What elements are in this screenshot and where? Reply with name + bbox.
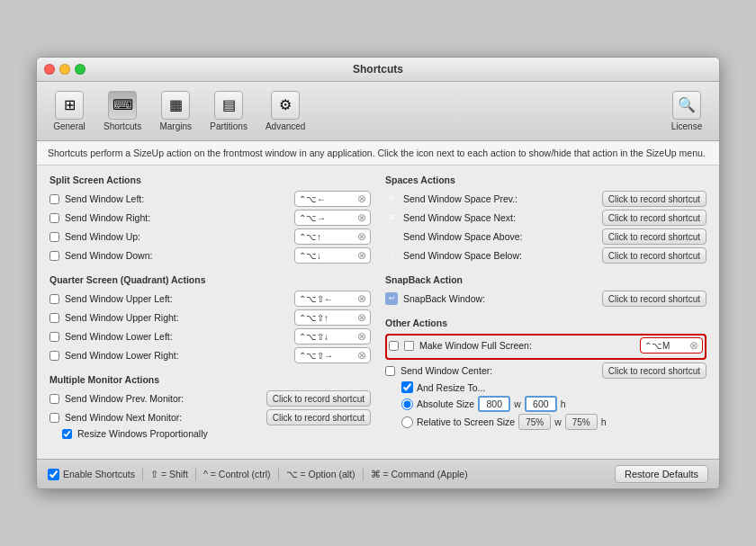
send-down-clear[interactable]: ⊗ [357,249,366,262]
height-field[interactable] [525,396,557,412]
lower-left-label: Send Window Lower Left: [65,331,291,342]
maximize-button[interactable] [75,64,86,75]
rel-width-unit: w [554,416,562,427]
table-row: Send Window Left: ⌃⌥← ⊗ [50,191,371,207]
margins-icon: ▦ [161,91,190,120]
tab-margins[interactable]: ▦ Margins [152,87,199,135]
send-up-checkbox[interactable] [50,232,59,242]
enable-shortcuts-checkbox[interactable] [48,469,59,480]
fullscreen-clear[interactable]: ⊗ [689,339,698,352]
upper-left-clear[interactable]: ⊗ [357,292,366,305]
height-unit: h [561,398,566,409]
snapback-label: SnapBack Window: [403,293,598,304]
spaces-title: Spaces Actions [385,175,706,185]
upper-right-label: Send Window Upper Right: [65,312,291,323]
relative-size-label: Relative to Screen Size [417,416,515,427]
restore-defaults-button[interactable]: Restore Defaults [615,465,708,483]
lower-right-checkbox[interactable] [50,351,59,361]
lower-left-shortcut[interactable]: ⌃⌥⇧↓ ⊗ [294,328,371,345]
fullscreen-icon [404,341,414,351]
lower-right-shortcut[interactable]: ⌃⌥⇧→ ⊗ [294,347,371,363]
send-right-shortcut[interactable]: ⌃⌥→ ⊗ [294,210,371,226]
tab-advanced[interactable]: ⚙ Advanced [258,87,312,135]
close-button[interactable] [44,64,55,75]
titlebar: Shortcuts [37,58,719,82]
send-left-label: Send Window Left: [65,193,291,204]
snapback-record[interactable]: Click to record shortcut [602,291,706,307]
fullscreen-shortcut[interactable]: ⌃⌥M ⊗ [640,337,703,354]
fullscreen-highlight: Make Window Full Screen: ⌃⌥M ⊗ [385,334,706,360]
absolute-size-label: Absolute Size [417,398,474,409]
license-button[interactable]: 🔍 License [663,87,710,135]
send-down-shortcut[interactable]: ⌃⌥↓ ⊗ [294,247,371,264]
table-row: ↑ Send Window Space Above: Click to reco… [385,228,706,245]
send-left-checkbox[interactable] [50,194,59,204]
resize-proportionally-checkbox[interactable] [62,429,72,439]
prev-monitor-label: Send Window Prev. Monitor: [65,393,263,404]
upper-right-shortcut[interactable]: ⌃⌥⇧↑ ⊗ [294,309,371,326]
send-right-checkbox[interactable] [50,213,59,223]
description-text: Shortcuts perform a SizeUp action on the… [48,148,706,158]
snapback-section: SnapBack Action ↩ SnapBack Window: Click… [385,274,706,307]
send-up-shortcut[interactable]: ⌃⌥↑ ⊗ [294,228,371,245]
table-row: ⊟ Send Window Space Prev.: Click to reco… [385,191,706,207]
next-monitor-checkbox[interactable] [50,413,59,423]
upper-right-clear[interactable]: ⊗ [357,311,366,324]
space-next-label: Send Window Space Next: [403,212,598,223]
partitions-label: Partitions [210,121,248,131]
send-up-clear[interactable]: ⊗ [357,230,366,243]
spaces-below-icon: ↓ [385,249,398,262]
space-prev-record[interactable]: Click to record shortcut [602,191,706,207]
prev-monitor-checkbox[interactable] [50,394,59,404]
minimize-button[interactable] [59,64,70,75]
space-below-record[interactable]: Click to record shortcut [602,247,706,264]
divider-2 [195,468,196,480]
table-row: Send Window Upper Right: ⌃⌥⇧↑ ⊗ [50,309,371,326]
table-row: Send Window Next Monitor: Click to recor… [50,409,371,425]
upper-right-checkbox[interactable] [50,313,59,323]
prev-monitor-record[interactable]: Click to record shortcut [266,390,371,407]
table-row: Send Window Prev. Monitor: Click to reco… [50,390,371,407]
left-panel: Split Screen Actions Send Window Left: ⌃… [50,175,371,450]
tab-shortcuts[interactable]: ⌨ Shortcuts [96,87,148,135]
split-screen-section: Split Screen Actions Send Window Left: ⌃… [50,175,371,264]
tab-general[interactable]: ⊞ General [46,87,93,135]
center-checkbox[interactable] [385,366,395,376]
upper-left-shortcut[interactable]: ⌃⌥⇧← ⊗ [294,291,371,307]
spaces-prev-icon: ⊟ [385,192,398,205]
space-above-label: Send Window Space Above: [403,231,598,242]
center-record[interactable]: Click to record shortcut [602,363,706,379]
lower-left-clear[interactable]: ⊗ [357,330,366,343]
lower-right-label: Send Window Lower Right: [65,350,291,361]
tab-partitions[interactable]: ▤ Partitions [202,87,255,135]
send-down-checkbox[interactable] [50,251,59,261]
relative-size-radio[interactable] [401,416,413,428]
absolute-size-radio[interactable] [401,398,413,410]
next-monitor-record[interactable]: Click to record shortcut [266,409,371,425]
fullscreen-checkbox[interactable] [389,341,399,351]
absolute-size-row: Absolute Size w h [385,396,706,412]
and-resize-checkbox[interactable] [401,381,413,393]
send-left-clear[interactable]: ⊗ [357,192,366,205]
toolbar-buttons: ⊞ General ⌨ Shortcuts ▦ Margins ▤ Partit… [46,87,312,135]
description-bar: Shortcuts perform a SizeUp action on the… [37,141,719,166]
space-next-record[interactable]: Click to record shortcut [602,210,706,226]
send-right-clear[interactable]: ⊗ [357,211,366,224]
send-up-label: Send Window Up: [65,231,291,242]
lower-left-checkbox[interactable] [50,332,59,342]
width-field[interactable] [478,396,510,412]
table-row: ↓ Send Window Space Below: Click to reco… [385,247,706,264]
license-icon: 🔍 [672,91,701,120]
table-row: Send Window Down: ⌃⌥↓ ⊗ [50,247,371,264]
space-above-record[interactable]: Click to record shortcut [602,228,706,245]
table-row: ⊞ Send Window Space Next: Click to recor… [385,210,706,226]
spaces-section: Spaces Actions ⊟ Send Window Space Prev.… [385,175,706,264]
main-content: Split Screen Actions Send Window Left: ⌃… [37,166,719,459]
spaces-next-icon: ⊞ [385,211,398,224]
center-label: Send Window Center: [400,365,598,376]
lower-right-clear[interactable]: ⊗ [357,349,366,362]
space-below-label: Send Window Space Below: [403,250,598,261]
upper-left-checkbox[interactable] [50,294,59,304]
send-left-shortcut[interactable]: ⌃⌥← ⊗ [294,191,371,207]
general-icon: ⊞ [55,91,84,120]
